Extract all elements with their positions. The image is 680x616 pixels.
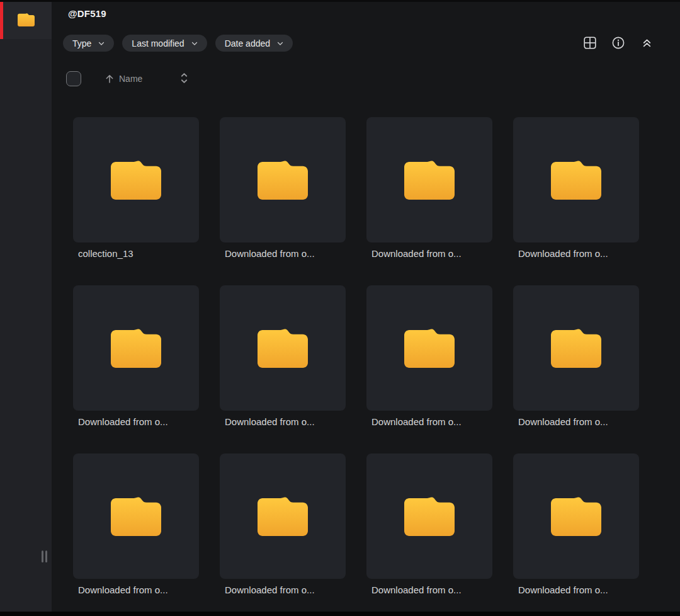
filter-chips: Type Last modified Date added: [63, 35, 293, 52]
active-indicator: [0, 0, 3, 39]
folder-label: Downloaded from o...: [366, 416, 492, 427]
folder-label: Downloaded from o...: [73, 585, 199, 595]
folder-card[interactable]: [366, 453, 492, 579]
folder-label: Downloaded from o...: [220, 248, 346, 259]
folder-icon: [551, 497, 601, 536]
folder-card[interactable]: [220, 453, 346, 579]
sidebar-resize-handle[interactable]: [42, 550, 47, 562]
folder-grid-item[interactable]: Downloaded from o...: [220, 117, 346, 259]
folder-grid-item[interactable]: Downloaded from o...: [513, 117, 639, 259]
filter-last-modified-button[interactable]: Last modified: [122, 35, 207, 52]
folder-card[interactable]: [73, 285, 199, 411]
folder-grid-item[interactable]: Downloaded from o...: [513, 453, 639, 595]
folder-grid-item[interactable]: Downloaded from o...: [366, 117, 492, 259]
folder-card[interactable]: [366, 117, 492, 242]
up-down-chevrons-icon: [179, 71, 190, 86]
filter-date-added-label: Date added: [225, 38, 270, 48]
folder-icon: [551, 329, 601, 368]
folder-card[interactable]: [220, 285, 346, 411]
folder-icon: [551, 161, 601, 200]
folder-label: collection_13: [73, 248, 199, 259]
chevron-down-icon: [191, 40, 198, 47]
folder-grid-item[interactable]: Downloaded from o...: [73, 285, 199, 427]
folder-grid-item[interactable]: Downloaded from o...: [513, 285, 639, 427]
grid-view-icon: [582, 35, 598, 50]
window-bottom-edge: [0, 612, 680, 616]
filter-type-button[interactable]: Type: [63, 35, 114, 52]
chevron-down-icon: [276, 40, 284, 47]
folder-icon: [404, 329, 455, 368]
folder-grid-item[interactable]: Downloaded from o...: [73, 453, 199, 595]
folder-grid-item[interactable]: collection_13: [73, 117, 199, 259]
folder-label: Downloaded from o...: [73, 416, 199, 427]
grid-view-button[interactable]: [582, 35, 598, 50]
folder-grid-item[interactable]: Downloaded from o...: [220, 285, 346, 427]
folder-card[interactable]: [73, 453, 199, 579]
header-actions: [582, 35, 654, 50]
folder-icon: [111, 329, 161, 368]
sidebar-item-active-folder[interactable]: [0, 0, 52, 39]
folder-card[interactable]: [513, 117, 639, 242]
handle-bar: [42, 550, 43, 562]
folder-label: Downloaded from o...: [513, 416, 639, 427]
folder-label: Downloaded from o...: [513, 248, 639, 259]
collapse-header-button[interactable]: [639, 35, 654, 50]
file-grid: collection_13 Downloaded from o... Downl…: [73, 117, 639, 595]
folder-label: Downloaded from o...: [220, 585, 346, 595]
folder-icon: [404, 161, 455, 200]
folder-icon: [258, 497, 308, 536]
filter-date-added-button[interactable]: Date added: [215, 35, 293, 52]
chevron-down-icon: [98, 40, 105, 47]
filter-type-label: Type: [72, 38, 91, 48]
folder-card[interactable]: [513, 453, 639, 579]
collapse-up-icon: [640, 36, 654, 50]
sort-field-label: Name: [119, 74, 142, 84]
folder-icon: [111, 497, 161, 536]
folder-card[interactable]: [73, 117, 199, 242]
sidebar: [0, 0, 52, 616]
handle-bar: [45, 550, 47, 562]
folder-label: Downloaded from o...: [366, 585, 492, 595]
folder-icon: [258, 161, 308, 200]
sort-direction-up-arrow-icon: [104, 72, 115, 85]
folder-icon: [111, 161, 161, 200]
filter-last-modified-label: Last modified: [132, 38, 184, 48]
folder-card[interactable]: [220, 117, 346, 242]
folder-grid-item[interactable]: Downloaded from o...: [220, 453, 346, 595]
folder-label: Downloaded from o...: [366, 248, 492, 259]
folder-card[interactable]: [366, 285, 492, 411]
folder-grid-item[interactable]: Downloaded from o...: [366, 285, 492, 427]
folder-grid-item[interactable]: Downloaded from o...: [366, 453, 492, 595]
folder-icon: [404, 497, 455, 536]
folder-icon: [258, 329, 308, 368]
main-content: @DF519 Type Last modified Date added: [52, 0, 680, 616]
info-button[interactable]: [611, 35, 626, 50]
folder-label: Downloaded from o...: [513, 585, 639, 595]
select-all-checkbox[interactable]: [66, 71, 81, 86]
info-icon: [611, 35, 626, 50]
folder-card[interactable]: [513, 285, 639, 411]
window-top-edge: [0, 0, 680, 2]
folder-label: Downloaded from o...: [220, 416, 346, 427]
sort-toggle-button[interactable]: [179, 71, 190, 88]
page-title: @DF519: [68, 8, 106, 19]
folder-icon: [18, 13, 35, 26]
